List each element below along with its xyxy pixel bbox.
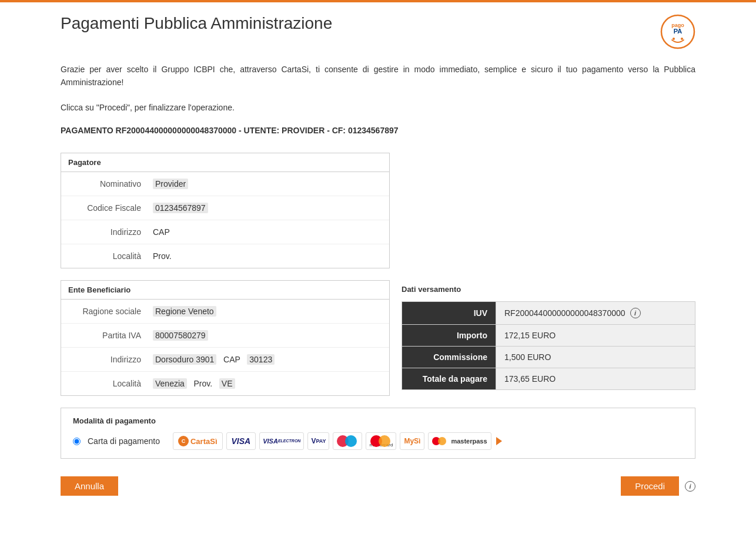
svg-text:PA: PA <box>674 28 683 35</box>
svg-point-5 <box>681 38 683 40</box>
codice-fiscale-value: 01234567897 <box>153 203 380 213</box>
localita-value: Prov. <box>153 251 380 261</box>
payment-logos: C CartaSì VISA VISA ELECTRON V PAY <box>173 432 502 450</box>
importo-label: Importo <box>402 325 496 347</box>
commissione-row: Commissione 1,500 EURO <box>402 347 695 368</box>
partita-iva-row: Partita IVA 80007580279 <box>61 323 389 347</box>
importo-value: 172,15 EURO <box>496 325 695 347</box>
payment-chevron-icon <box>496 437 502 445</box>
dati-versamento-col: Dati versamento IUV RF200044000000000048… <box>402 280 695 396</box>
intro-text-2: Clicca su "Procedi", per finalizzare l'o… <box>61 101 695 114</box>
nominativo-label: Nominativo <box>71 179 153 189</box>
vpay-logo: V PAY <box>307 432 329 450</box>
page-title: Pagamenti Pubblica Amministrazione <box>61 14 332 33</box>
masterpass-logo: masterpass <box>428 432 491 450</box>
bottom-sections: Ente Beneficiario Ragione sociale Region… <box>61 280 695 396</box>
ente-indirizzo-row: Indirizzo Dorsoduro 3901 CAP 30123 <box>61 347 389 371</box>
carta-radio[interactable] <box>73 438 81 445</box>
commissione-label: Commissione <box>402 347 496 368</box>
procedi-info-icon[interactable]: i <box>685 481 695 492</box>
iuv-row: IUV RF200044000000000048370000 i <box>402 302 695 325</box>
ente-localita-value: Venezia Prov. VE <box>153 379 380 388</box>
nominativo-row: Nominativo Provider <box>61 172 389 196</box>
ente-beneficiario-col: Ente Beneficiario Ragione sociale Region… <box>61 280 390 396</box>
buttons-row: Annulla Procedi i <box>61 470 695 502</box>
ente-title: Ente Beneficiario <box>61 281 389 299</box>
cartasi-logo: C CartaSì <box>173 432 223 450</box>
indirizzo-row: Indirizzo CAP <box>61 220 389 244</box>
iuv-label: IUV <box>402 302 496 325</box>
cap-label: CAP <box>223 355 240 364</box>
commissione-value: 1,500 EURO <box>496 347 695 368</box>
payment-reference: PAGAMENTO RF200044000000000048370000 - U… <box>61 126 695 141</box>
iuv-value: RF200044000000000048370000 i <box>496 302 695 325</box>
localita-row: Località Prov. <box>61 244 389 268</box>
annulla-button[interactable]: Annulla <box>61 476 118 496</box>
totale-value: 173,65 EURO <box>496 368 695 390</box>
ente-localita-label: Località <box>71 379 153 388</box>
indirizzo-value: CAP <box>153 227 380 237</box>
procedi-group: Procedi i <box>621 476 695 496</box>
ragione-sociale-value: Regione Veneto <box>153 307 380 316</box>
ente-beneficiario-section: Ente Beneficiario Ragione sociale Region… <box>61 280 390 396</box>
codice-fiscale-label: Codice Fiscale <box>71 203 153 213</box>
dati-versamento-title: Dati versamento <box>402 280 695 298</box>
mysi-logo: MySì <box>400 432 424 450</box>
ente-localita-row: Località Venezia Prov. VE <box>61 371 389 395</box>
intro-text-1: Grazie per aver scelto il Gruppo ICBPI c… <box>61 63 695 89</box>
partita-iva-label: Partita IVA <box>71 331 153 340</box>
ragione-sociale-label: Ragione sociale <box>71 307 153 316</box>
procedi-button[interactable]: Procedi <box>621 476 679 496</box>
prov-label: Prov. <box>194 379 213 388</box>
ente-indirizzo-label: Indirizzo <box>71 355 153 364</box>
partita-iva-value: 80007580279 <box>153 331 380 340</box>
svg-point-4 <box>673 38 675 40</box>
pagopa-logo: pago PA <box>660 14 695 51</box>
indirizzo-label: Indirizzo <box>71 227 153 237</box>
visa-logo: VISA <box>226 432 256 450</box>
localita-label: Località <box>71 251 153 261</box>
carta-label: Carta di pagamento <box>88 436 160 446</box>
ente-indirizzo-value: Dorsoduro 3901 CAP 30123 <box>153 355 380 364</box>
nominativo-value: Provider <box>153 179 380 189</box>
iuv-info-icon[interactable]: i <box>630 308 641 318</box>
importo-row: Importo 172,15 EURO <box>402 325 695 347</box>
visa-electron-logo: VISA ELECTRON <box>259 432 304 450</box>
totale-row: Totale da pagare 173,65 EURO <box>402 368 695 390</box>
modalita-title: Modalità di pagamento <box>73 416 683 425</box>
ragione-sociale-row: Ragione sociale Regione Veneto <box>61 300 389 323</box>
modalita-pagamento-section: Modalità di pagamento Carta di pagamento… <box>61 408 695 459</box>
totale-label: Totale da pagare <box>402 368 496 390</box>
payment-option-row: Carta di pagamento C CartaSì VISA VISA E… <box>73 432 683 450</box>
maestro-logo <box>333 432 362 450</box>
mastercard-logo: mastercard <box>366 432 396 450</box>
codice-fiscale-row: Codice Fiscale 01234567897 <box>61 196 389 220</box>
pagatore-section: Pagatore Nominativo Provider Codice Fisc… <box>61 153 390 268</box>
pagatore-title: Pagatore <box>61 153 389 172</box>
dati-versamento-table: IUV RF200044000000000048370000 i Importo… <box>402 301 695 390</box>
